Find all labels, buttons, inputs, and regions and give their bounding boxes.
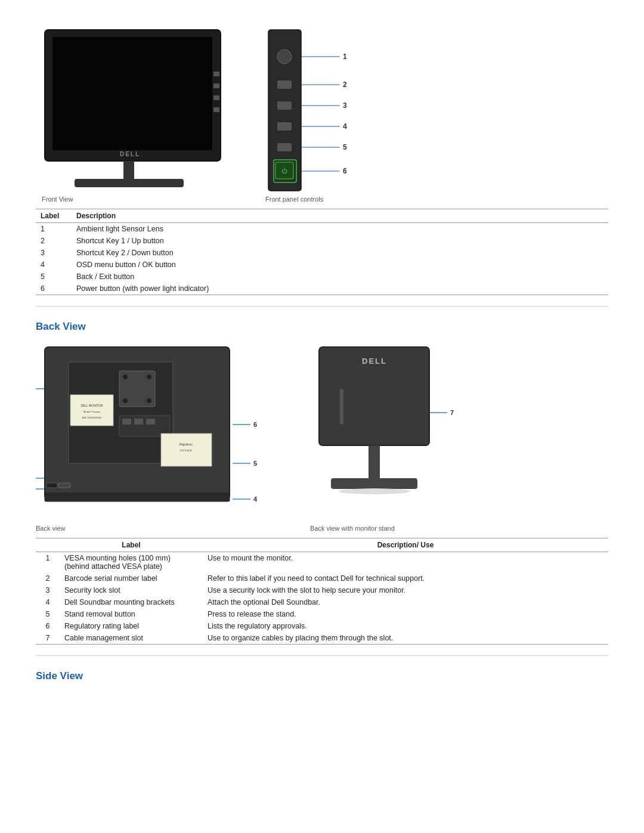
back-table-desc: Use to organize cables by placing them t…	[203, 632, 608, 645]
front-table-col2-header: Description	[72, 209, 608, 223]
front-table-row: 2Shortcut Key 1 / Up button	[36, 235, 608, 247]
back-view-captions: Back view Back view with monitor stand	[36, 525, 608, 532]
panel-controls-svg: ⏻ 1 2 3 4 5 6	[262, 24, 394, 203]
back-table-row: 7Cable management slotUse to organize ca…	[36, 632, 608, 645]
svg-rect-11	[277, 80, 292, 89]
back-table-row: 1VESA mounting holes (100 mm) (behind at…	[36, 552, 608, 573]
back-table-num: 3	[36, 584, 60, 596]
monitor-back-illustration: DELL MONITOR Model: Pxxxxxx S/N: XXXXXXX…	[36, 341, 286, 520]
back-table-row: 4Dell Soundbar mounting bracketsAttach t…	[36, 596, 608, 608]
svg-text:S/N: XXXXXXXXX: S/N: XXXXXXXXX	[82, 416, 102, 419]
back-table-desc: Press to release the stand.	[203, 608, 608, 620]
back-table-desc: Use to mount the monitor.	[203, 552, 608, 573]
back-table-row: 6Regulatory rating labelLists the regula…	[36, 620, 608, 632]
front-table-label: 3	[36, 247, 72, 259]
page: DELL Front View	[0, 0, 644, 714]
back-view-caption-right: Back view with monitor stand	[310, 525, 395, 532]
back-table-num: 4	[36, 596, 60, 608]
svg-text:6: 6	[343, 167, 347, 175]
svg-point-10	[277, 49, 292, 64]
front-table-row: 1Ambient light Sensor Lens	[36, 223, 608, 236]
front-table-row: 6Power button (with power light indicato…	[36, 283, 608, 295]
back-table-col1-header	[36, 538, 60, 552]
back-table-name: Barcode serial number label	[60, 572, 203, 584]
svg-rect-7	[213, 95, 219, 100]
svg-text:1: 1	[343, 52, 347, 61]
front-table-label: 4	[36, 259, 72, 271]
svg-point-36	[147, 398, 151, 403]
front-table-label: 6	[36, 283, 72, 295]
back-table-row: 5Stand removal buttonPress to release th…	[36, 608, 608, 620]
section-divider-1	[36, 306, 608, 306]
back-table-num: 7	[36, 632, 60, 645]
svg-rect-43	[134, 419, 143, 425]
svg-text:4: 4	[253, 496, 258, 503]
back-table-name: Cable management slot	[60, 632, 203, 645]
back-table-desc: Lists the regulatory approvals.	[203, 620, 608, 632]
back-view-illustration-area: DELL MONITOR Model: Pxxxxxx S/N: XXXXXXX…	[36, 341, 608, 520]
svg-text:⏻: ⏻	[281, 168, 287, 174]
front-table-row: 5Back / Exit button	[36, 271, 608, 283]
svg-text:DELL MONITOR: DELL MONITOR	[80, 404, 103, 407]
back-table-num: 5	[36, 608, 60, 620]
svg-rect-8	[213, 107, 219, 112]
svg-text:2: 2	[343, 80, 347, 89]
svg-text:5: 5	[253, 460, 257, 467]
back-table-num: 1	[36, 552, 60, 573]
back-table-col2-header: Label	[60, 538, 203, 552]
svg-rect-69	[331, 478, 417, 489]
monitor-front-svg: DELL	[36, 24, 239, 203]
svg-text:4: 4	[343, 122, 347, 131]
svg-rect-12	[277, 101, 292, 110]
svg-rect-71	[340, 389, 343, 425]
monitor-stand-back-svg: DELL 7	[310, 341, 465, 520]
svg-text:Model: Pxxxxxx: Model: Pxxxxxx	[83, 410, 100, 413]
back-table-name: VESA mounting holes (100 mm) (behind att…	[60, 552, 203, 573]
front-table-desc: Ambient light Sensor Lens	[72, 223, 608, 236]
svg-rect-4	[75, 179, 184, 187]
front-table-label: 5	[36, 271, 72, 283]
front-table-desc: Back / Exit button	[72, 271, 608, 283]
monitor-stand-back-illustration: DELL 7	[310, 341, 453, 520]
front-table-label: 2	[36, 235, 72, 247]
back-table-name: Regulatory rating label	[60, 620, 203, 632]
svg-rect-44	[146, 419, 155, 425]
svg-rect-46	[47, 483, 57, 488]
back-view-caption-left: Back view	[36, 525, 286, 532]
front-view-illustration-area: DELL Front View	[36, 24, 608, 203]
panel-controls-illustration: ⏻ 1 2 3 4 5 6	[262, 24, 394, 203]
back-table-row: 2Barcode serial number labelRefer to thi…	[36, 572, 608, 584]
svg-rect-42	[122, 419, 131, 425]
svg-text:3: 3	[343, 101, 347, 110]
monitor-front-illustration: DELL Front View	[36, 24, 239, 203]
back-table-name: Stand removal button	[60, 608, 203, 620]
back-view-heading: Back View	[36, 321, 608, 333]
front-view-table: Label Description 1Ambient light Sensor …	[36, 209, 608, 295]
front-table-desc: Shortcut Key 1 / Up button	[72, 235, 608, 247]
back-table-desc: Refer to this label if you need to conta…	[203, 572, 608, 584]
back-table-name: Security lock slot	[60, 584, 203, 596]
back-table-name: Dell Soundbar mounting brackets	[60, 596, 203, 608]
front-panel-caption: Front panel controls	[265, 196, 323, 203]
svg-point-35	[123, 398, 128, 403]
svg-text:5: 5	[343, 143, 347, 151]
svg-rect-68	[369, 445, 380, 480]
svg-text:7: 7	[450, 409, 454, 416]
back-table-desc: Use a security lock with the slot to hel…	[203, 584, 608, 596]
svg-point-70	[339, 488, 410, 494]
side-view-heading: Side View	[36, 670, 608, 682]
front-table-col1-header: Label	[36, 209, 72, 223]
svg-text:DELL: DELL	[362, 357, 387, 366]
back-table-desc: Attach the optional Dell Soundbar.	[203, 596, 608, 608]
svg-rect-47	[58, 483, 70, 488]
svg-text:DELL: DELL	[120, 151, 140, 157]
front-table-row: 4OSD menu button / OK button	[36, 259, 608, 271]
svg-rect-6	[213, 83, 219, 88]
back-table-row: 3Security lock slotUse a security lock w…	[36, 584, 608, 596]
svg-point-34	[147, 374, 151, 379]
front-table-desc: OSD menu button / OK button	[72, 259, 608, 271]
svg-rect-3	[123, 161, 134, 180]
svg-rect-5	[213, 72, 219, 76]
front-view-caption: Front View	[42, 196, 73, 203]
front-table-desc: Shortcut Key 2 / Down button	[72, 247, 608, 259]
